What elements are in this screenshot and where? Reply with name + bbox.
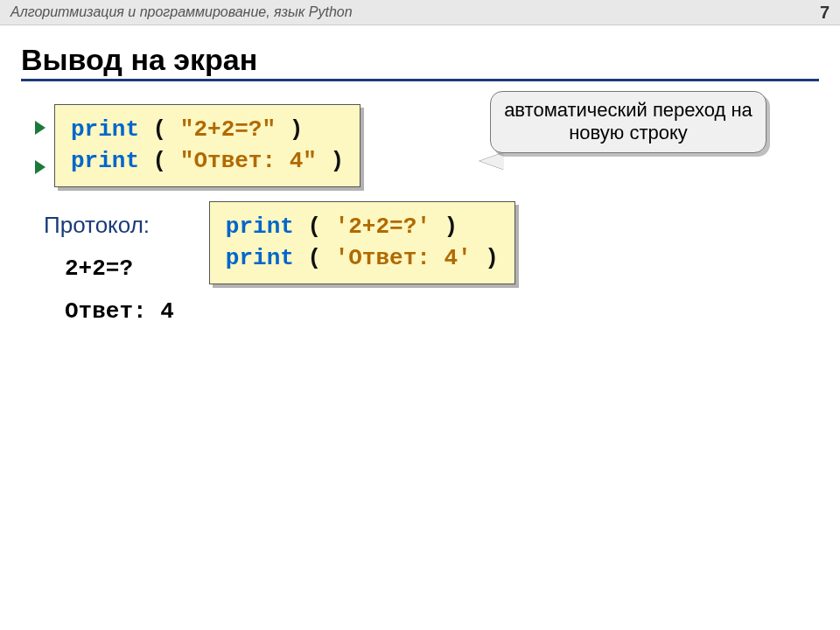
code-block-2-wrap: print ( '2+2=?' ) print ( 'Ответ: 4' ): [209, 201, 515, 284]
course-title: Алгоритмизация и программирование, язык …: [10, 4, 353, 20]
keyword: print: [226, 214, 294, 240]
callout-tail-icon: [480, 152, 504, 170]
keyword: print: [226, 245, 294, 271]
protocol-label: Протокол:: [44, 212, 174, 239]
callout-text: автоматический переход на новую строку: [504, 99, 752, 144]
paren-close: ): [276, 116, 303, 143]
output-block: 2+2=? Ответ: 4: [65, 248, 174, 334]
code-line: print ( "Ответ: 4" ): [71, 145, 344, 177]
string-literal: 'Ответ: 4': [335, 245, 472, 271]
top-bar: Алгоритмизация и программирование, язык …: [0, 0, 840, 25]
page-number: 7: [820, 3, 830, 23]
string-literal: '2+2=?': [335, 214, 430, 240]
code-line: print ( 'Ответ: 4' ): [226, 242, 499, 274]
paren-open: (: [139, 148, 180, 174]
string-literal: "Ответ: 4": [180, 148, 317, 174]
keyword: print: [71, 148, 139, 174]
code-line: print ( '2+2=?' ): [226, 211, 499, 242]
bullet-column: [35, 108, 46, 187]
slide-content: print ( "2+2=?" ) print ( "Ответ: 4" ) а…: [0, 87, 840, 352]
output-line: Ответ: 4: [65, 290, 174, 333]
code-block-1: print ( "2+2=?" ) print ( "Ответ: 4" ): [54, 104, 360, 187]
triangle-bullet-icon: [35, 121, 46, 135]
triangle-bullet-icon: [35, 160, 46, 174]
code-block-2: print ( '2+2=?' ) print ( 'Ответ: 4' ): [209, 201, 515, 284]
string-literal: "2+2=?": [180, 116, 276, 143]
paren-close: ): [317, 148, 344, 174]
paren-close: ): [430, 214, 458, 240]
paren-open: (: [139, 116, 180, 143]
keyword: print: [71, 116, 139, 143]
output-and-code-row: Протокол: 2+2=? Ответ: 4 print ( '2+2=?'…: [35, 187, 805, 334]
protocol-section: Протокол: 2+2=? Ответ: 4: [35, 187, 174, 334]
slide-title: Вывод на экран: [21, 43, 819, 81]
output-line: 2+2=?: [65, 248, 174, 290]
paren-open: (: [294, 245, 335, 271]
code-line: print ( "2+2=?" ): [71, 114, 344, 145]
paren-close: ): [472, 245, 499, 271]
callout-bubble: автоматический переход на новую строку: [490, 91, 766, 153]
paren-open: (: [294, 214, 335, 240]
